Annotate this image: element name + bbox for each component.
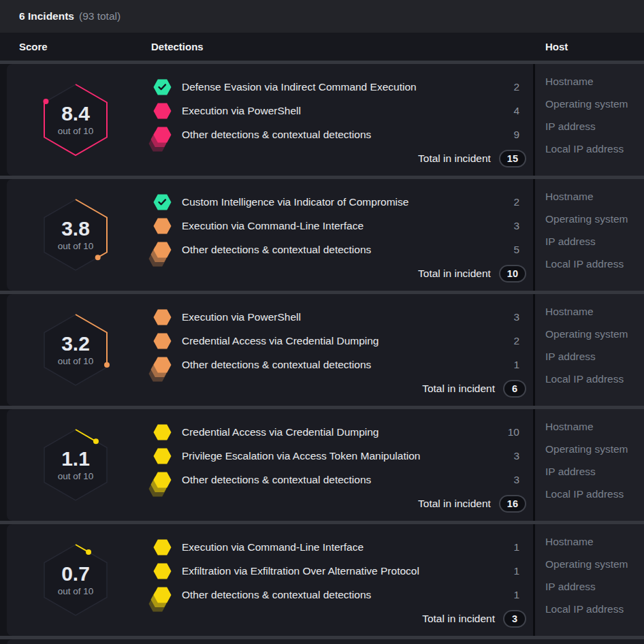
host-field-label: Local IP address <box>545 603 644 626</box>
score-value: 8.4 <box>61 103 90 125</box>
incident-card-slot: 0.7 out of 10 Execution via Command-Line… <box>0 524 644 636</box>
detection-row: Credential Access via Credential Dumping… <box>153 329 519 353</box>
host-field-label: IP address <box>545 120 644 143</box>
incidents-header-bar: 6 Incidents (93 total) <box>0 0 644 33</box>
total-count-badge: 16 <box>499 495 526 513</box>
detection-count: 1 <box>513 589 519 601</box>
total-in-incident-label: Total in incident <box>422 613 495 625</box>
detection-rows: Execution via Command-Line Interface 1 E… <box>153 535 519 607</box>
detections-cell: Execution via PowerShell 3 Credential Ac… <box>144 294 533 406</box>
incident-card[interactable]: 8.4 out of 10 Defense Evasion via Indire… <box>7 64 644 176</box>
incident-host-cell: HostnameOperating systemIP addressLocal … <box>535 64 644 176</box>
incident-score-cell: 1.1 out of 10 <box>7 409 144 521</box>
score-hexagon-gauge: 3.2 out of 10 <box>43 313 108 387</box>
host-field-label: Operating system <box>545 98 644 120</box>
detection-row: Other detections & contextual detections… <box>153 238 519 261</box>
detection-row: Other detections & contextual detections… <box>153 123 519 146</box>
incident-score-cell: 0.7 out of 10 <box>7 524 144 636</box>
incident-card[interactable]: 1.1 out of 10 Credential Access via Cred… <box>7 409 644 521</box>
detection-label: Execution via PowerShell <box>182 311 513 323</box>
incident-card-slot: 3.8 out of 10 Custom Intelligence via In… <box>0 179 644 291</box>
stacked-hexagons-icon <box>153 127 172 143</box>
stacked-hexagons-icon <box>153 357 172 373</box>
incident-card-slot: 3.2 out of 10 Execution via PowerShell 3… <box>0 294 644 406</box>
score-hexagon-gauge: 8.4 out of 10 <box>43 83 108 157</box>
table-column-header: Score Detections Host <box>0 33 644 61</box>
hexagon-icon <box>153 448 172 464</box>
detection-row: Execution via Command-Line Interface 3 <box>153 214 519 238</box>
detection-count: 3 <box>513 220 519 232</box>
incident-card-slot: 8.4 out of 10 Defense Evasion via Indire… <box>0 64 644 176</box>
check-hexagon-icon <box>153 79 172 95</box>
score-out-of-label: out of 10 <box>58 125 94 138</box>
host-field-label: Hostname <box>545 421 644 443</box>
host-field-label: IP address <box>545 581 644 603</box>
detection-rows: Custom Intelligence via Indicator of Com… <box>153 190 519 261</box>
total-count-badge: 3 <box>503 610 526 628</box>
detections-cell: Defense Evasion via Indirect Command Exe… <box>144 64 533 176</box>
total-in-incident-label: Total in incident <box>418 498 491 510</box>
detection-label: Privilege Escalation via Access Token Ma… <box>182 450 513 462</box>
detection-label: Other detections & contextual detections <box>182 589 513 601</box>
detection-row: Other detections & contextual detections… <box>153 468 519 492</box>
incident-card[interactable]: 3.2 out of 10 Execution via PowerShell 3… <box>7 294 644 406</box>
incident-score-cell: 3.8 out of 10 <box>7 179 144 291</box>
score-out-of-label: out of 10 <box>58 585 94 598</box>
detection-row: Other detections & contextual detections… <box>153 583 519 607</box>
host-field-label: Local IP address <box>545 373 644 396</box>
detection-count: 2 <box>513 81 519 93</box>
detection-row: Privilege Escalation via Access Token Ma… <box>153 444 519 468</box>
detection-row: Other detections & contextual detections… <box>153 353 519 376</box>
host-field-label: Operating system <box>545 558 644 581</box>
score-hexagon-gauge: 0.7 out of 10 <box>43 543 108 617</box>
host-field-label: IP address <box>545 466 644 488</box>
detection-row: Custom Intelligence via Indicator of Com… <box>153 190 519 214</box>
host-field-label: Hostname <box>545 76 644 98</box>
hexagon-icon <box>153 539 172 556</box>
detections-cell: Credential Access via Credential Dumping… <box>144 409 533 521</box>
detection-row: Exfiltration via Exfiltration Over Alter… <box>153 559 519 583</box>
detection-rows: Credential Access via Credential Dumping… <box>153 420 519 492</box>
detection-label: Execution via PowerShell <box>182 105 513 117</box>
check-hexagon-icon <box>153 194 172 210</box>
detection-label: Credential Access via Credential Dumping <box>182 335 513 347</box>
score-out-of-label: out of 10 <box>58 240 94 253</box>
detection-label: Custom Intelligence via Indicator of Com… <box>182 196 513 208</box>
stacked-hexagons-icon <box>153 472 172 488</box>
score-out-of-label: out of 10 <box>58 470 94 483</box>
hexagon-icon <box>153 218 172 234</box>
detection-row: Defense Evasion via Indirect Command Exe… <box>153 75 519 99</box>
incident-card-partial[interactable] <box>7 639 644 644</box>
hexagon-icon <box>153 103 172 119</box>
column-header-detections: Detections <box>144 41 535 52</box>
total-count-badge: 15 <box>499 150 526 167</box>
detection-count: 1 <box>513 565 519 577</box>
stacked-hexagons-icon <box>153 242 172 258</box>
detection-label: Defense Evasion via Indirect Command Exe… <box>182 81 513 93</box>
total-count-badge: 6 <box>503 380 526 398</box>
detection-label: Execution via Command-Line Interface <box>182 220 513 232</box>
host-field-label: Local IP address <box>545 143 644 165</box>
detection-count: 5 <box>513 244 519 256</box>
detection-row: Credential Access via Credential Dumping… <box>153 420 519 444</box>
total-in-incident-row: Total in incident 15 <box>153 146 526 171</box>
detection-label: Other detections & contextual detections <box>182 129 513 141</box>
total-count-badge: 10 <box>499 265 526 283</box>
detection-row: Execution via PowerShell 3 <box>153 305 519 329</box>
host-field-label: Hostname <box>545 536 644 558</box>
detection-count: 1 <box>513 359 519 371</box>
total-in-incident-row: Total in incident 16 <box>153 492 526 516</box>
detection-count: 2 <box>513 335 519 347</box>
host-field-label: IP address <box>545 351 644 373</box>
incident-host-cell: HostnameOperating systemIP addressLocal … <box>535 294 644 406</box>
detection-count: 9 <box>513 129 519 141</box>
score-value: 1.1 <box>61 448 90 470</box>
stacked-hexagons-icon <box>153 587 172 603</box>
total-in-incident-label: Total in incident <box>418 152 491 165</box>
column-header-host: Host <box>535 41 644 52</box>
score-out-of-label: out of 10 <box>58 355 94 368</box>
incident-card[interactable]: 0.7 out of 10 Execution via Command-Line… <box>7 524 644 636</box>
host-field-label: Hostname <box>545 191 644 213</box>
incident-card[interactable]: 3.8 out of 10 Custom Intelligence via In… <box>7 179 644 291</box>
detection-count: 2 <box>513 196 519 208</box>
